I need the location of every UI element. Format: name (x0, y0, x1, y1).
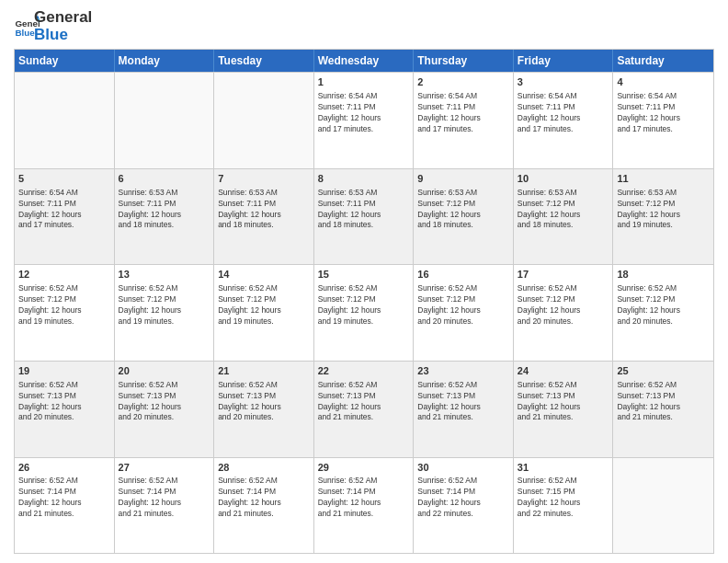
day-info: Sunrise: 6:52 AM Sunset: 7:12 PM Dayligh… (218, 283, 310, 327)
day-info: Sunrise: 6:54 AM Sunset: 7:11 PM Dayligh… (417, 91, 509, 135)
calendar-body: 1Sunrise: 6:54 AM Sunset: 7:11 PM Daylig… (15, 72, 713, 553)
day-info: Sunrise: 6:52 AM Sunset: 7:12 PM Dayligh… (617, 283, 710, 327)
day-info: Sunrise: 6:52 AM Sunset: 7:14 PM Dayligh… (18, 476, 110, 520)
calendar-day-6: 6Sunrise: 6:53 AM Sunset: 7:11 PM Daylig… (115, 169, 215, 265)
calendar-day-5: 5Sunrise: 6:54 AM Sunset: 7:11 PM Daylig… (15, 169, 115, 265)
day-number: 5 (18, 172, 110, 186)
calendar-day-11: 11Sunrise: 6:53 AM Sunset: 7:12 PM Dayli… (613, 169, 713, 265)
day-number: 9 (417, 172, 509, 186)
calendar-day-10: 10Sunrise: 6:53 AM Sunset: 7:12 PM Dayli… (514, 169, 614, 265)
calendar-day-22: 22Sunrise: 6:52 AM Sunset: 7:13 PM Dayli… (314, 362, 415, 457)
day-info: Sunrise: 6:53 AM Sunset: 7:12 PM Dayligh… (417, 188, 509, 232)
calendar-day-15: 15Sunrise: 6:52 AM Sunset: 7:12 PM Dayli… (314, 265, 415, 361)
day-info: Sunrise: 6:53 AM Sunset: 7:12 PM Dayligh… (518, 188, 609, 232)
day-number: 24 (518, 364, 609, 378)
weekday-header-tuesday: Tuesday (214, 50, 314, 72)
calendar-day-21: 21Sunrise: 6:52 AM Sunset: 7:13 PM Dayli… (214, 362, 314, 457)
calendar-day-30: 30Sunrise: 6:52 AM Sunset: 7:14 PM Dayli… (414, 458, 514, 554)
day-info: Sunrise: 6:52 AM Sunset: 7:13 PM Dayligh… (318, 380, 410, 424)
calendar-day-28: 28Sunrise: 6:52 AM Sunset: 7:14 PM Dayli… (214, 458, 314, 554)
day-number: 21 (218, 364, 310, 378)
day-number: 4 (617, 75, 710, 89)
day-number: 6 (119, 172, 210, 186)
day-info: Sunrise: 6:52 AM Sunset: 7:12 PM Dayligh… (119, 283, 210, 327)
day-info: Sunrise: 6:52 AM Sunset: 7:12 PM Dayligh… (318, 283, 410, 327)
day-number: 23 (417, 364, 509, 378)
calendar-day-1: 1Sunrise: 6:54 AM Sunset: 7:11 PM Daylig… (314, 73, 415, 168)
calendar-day-4: 4Sunrise: 6:54 AM Sunset: 7:11 PM Daylig… (613, 73, 713, 168)
day-number: 19 (18, 364, 110, 378)
calendar-cell-empty (15, 73, 115, 168)
calendar-day-24: 24Sunrise: 6:52 AM Sunset: 7:13 PM Dayli… (514, 362, 614, 457)
day-info: Sunrise: 6:54 AM Sunset: 7:11 PM Dayligh… (18, 188, 110, 232)
calendar-row-3: 12Sunrise: 6:52 AM Sunset: 7:12 PM Dayli… (15, 264, 713, 361)
day-info: Sunrise: 6:52 AM Sunset: 7:12 PM Dayligh… (417, 283, 509, 327)
calendar-day-9: 9Sunrise: 6:53 AM Sunset: 7:12 PM Daylig… (414, 169, 514, 265)
day-info: Sunrise: 6:54 AM Sunset: 7:11 PM Dayligh… (518, 91, 609, 135)
calendar-day-12: 12Sunrise: 6:52 AM Sunset: 7:12 PM Dayli… (15, 265, 115, 361)
day-info: Sunrise: 6:52 AM Sunset: 7:14 PM Dayligh… (218, 476, 310, 520)
page: General Blue General Blue SundayMondayTu… (0, 0, 728, 563)
day-info: Sunrise: 6:52 AM Sunset: 7:13 PM Dayligh… (417, 380, 509, 424)
calendar-day-8: 8Sunrise: 6:53 AM Sunset: 7:11 PM Daylig… (314, 169, 415, 265)
day-info: Sunrise: 6:52 AM Sunset: 7:13 PM Dayligh… (518, 380, 609, 424)
day-number: 12 (18, 268, 110, 282)
weekday-header-wednesday: Wednesday (314, 50, 415, 72)
day-info: Sunrise: 6:53 AM Sunset: 7:11 PM Dayligh… (218, 188, 310, 232)
calendar-cell-empty (214, 73, 314, 168)
day-number: 16 (417, 268, 509, 282)
calendar-day-26: 26Sunrise: 6:52 AM Sunset: 7:14 PM Dayli… (15, 458, 115, 554)
weekday-header-sunday: Sunday (15, 50, 115, 72)
calendar-day-31: 31Sunrise: 6:52 AM Sunset: 7:15 PM Dayli… (514, 458, 614, 554)
weekday-header-saturday: Saturday (613, 50, 713, 72)
day-number: 17 (518, 268, 609, 282)
calendar-day-18: 18Sunrise: 6:52 AM Sunset: 7:12 PM Dayli… (613, 265, 713, 361)
calendar-header: SundayMondayTuesdayWednesdayThursdayFrid… (15, 50, 713, 72)
day-info: Sunrise: 6:52 AM Sunset: 7:12 PM Dayligh… (18, 283, 110, 327)
day-number: 22 (318, 364, 410, 378)
day-number: 7 (218, 172, 310, 186)
weekday-header-friday: Friday (514, 50, 614, 72)
day-number: 1 (318, 75, 410, 89)
day-info: Sunrise: 6:52 AM Sunset: 7:14 PM Dayligh… (417, 476, 509, 520)
day-number: 27 (119, 461, 210, 475)
weekday-header-thursday: Thursday (414, 50, 514, 72)
day-info: Sunrise: 6:52 AM Sunset: 7:14 PM Dayligh… (318, 476, 410, 520)
calendar: SundayMondayTuesdayWednesdayThursdayFrid… (14, 49, 714, 554)
day-info: Sunrise: 6:53 AM Sunset: 7:11 PM Dayligh… (318, 188, 410, 232)
day-number: 13 (119, 268, 210, 282)
day-info: Sunrise: 6:53 AM Sunset: 7:11 PM Dayligh… (119, 188, 210, 232)
calendar-row-5: 26Sunrise: 6:52 AM Sunset: 7:14 PM Dayli… (15, 457, 713, 554)
day-info: Sunrise: 6:52 AM Sunset: 7:13 PM Dayligh… (18, 380, 110, 424)
day-info: Sunrise: 6:52 AM Sunset: 7:13 PM Dayligh… (218, 380, 310, 424)
calendar-day-27: 27Sunrise: 6:52 AM Sunset: 7:14 PM Dayli… (115, 458, 215, 554)
day-number: 25 (617, 364, 710, 378)
day-info: Sunrise: 6:54 AM Sunset: 7:11 PM Dayligh… (318, 91, 410, 135)
day-number: 18 (617, 268, 710, 282)
calendar-row-2: 5Sunrise: 6:54 AM Sunset: 7:11 PM Daylig… (15, 168, 713, 265)
day-number: 8 (318, 172, 410, 186)
day-info: Sunrise: 6:52 AM Sunset: 7:15 PM Dayligh… (518, 476, 609, 520)
day-number: 2 (417, 75, 509, 89)
calendar-day-19: 19Sunrise: 6:52 AM Sunset: 7:13 PM Dayli… (15, 362, 115, 457)
day-info: Sunrise: 6:52 AM Sunset: 7:13 PM Dayligh… (119, 380, 210, 424)
day-number: 15 (318, 268, 410, 282)
day-number: 26 (18, 461, 110, 475)
day-number: 3 (518, 75, 609, 89)
calendar-day-17: 17Sunrise: 6:52 AM Sunset: 7:12 PM Dayli… (514, 265, 614, 361)
calendar-day-2: 2Sunrise: 6:54 AM Sunset: 7:11 PM Daylig… (414, 73, 514, 168)
calendar-day-13: 13Sunrise: 6:52 AM Sunset: 7:12 PM Dayli… (115, 265, 215, 361)
day-number: 11 (617, 172, 710, 186)
calendar-row-1: 1Sunrise: 6:54 AM Sunset: 7:11 PM Daylig… (15, 72, 713, 168)
logo-blue: Blue (34, 27, 92, 44)
day-number: 14 (218, 268, 310, 282)
day-number: 31 (518, 461, 609, 475)
calendar-day-14: 14Sunrise: 6:52 AM Sunset: 7:12 PM Dayli… (214, 265, 314, 361)
day-info: Sunrise: 6:52 AM Sunset: 7:14 PM Dayligh… (119, 476, 210, 520)
day-info: Sunrise: 6:54 AM Sunset: 7:11 PM Dayligh… (617, 91, 710, 135)
calendar-day-23: 23Sunrise: 6:52 AM Sunset: 7:13 PM Dayli… (414, 362, 514, 457)
weekday-header-monday: Monday (115, 50, 215, 72)
day-number: 10 (518, 172, 609, 186)
logo-general: General (34, 9, 92, 27)
calendar-day-7: 7Sunrise: 6:53 AM Sunset: 7:11 PM Daylig… (214, 169, 314, 265)
